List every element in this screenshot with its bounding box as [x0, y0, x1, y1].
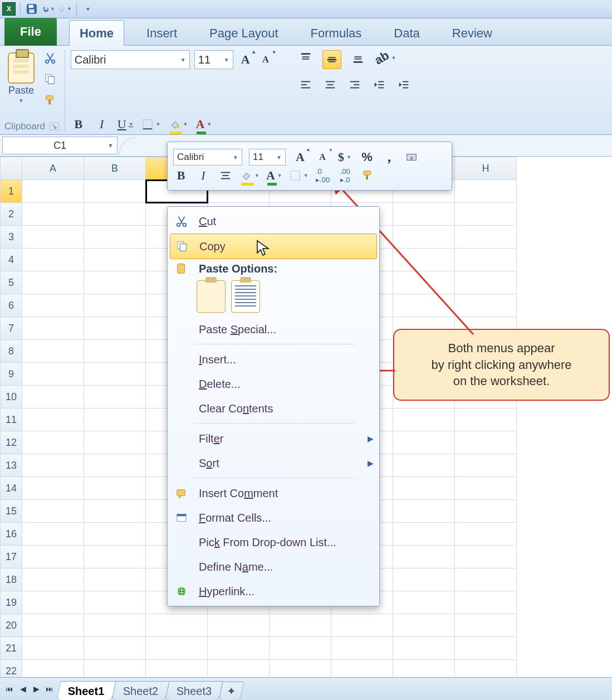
cell-A6[interactable] [22, 294, 84, 317]
fill-color-button[interactable]: ▼ [169, 116, 188, 132]
cell-H2[interactable] [455, 203, 517, 226]
cell-G17[interactable] [393, 546, 455, 568]
mini-decrease-decimal[interactable]: .00▸.0 [337, 168, 353, 183]
row-header-4[interactable]: 4 [1, 249, 22, 271]
paste-option-default[interactable] [197, 280, 226, 313]
cell-H18[interactable] [455, 568, 517, 591]
ctx-insert-comment[interactable]: Insert Comment [168, 481, 379, 505]
cell-A16[interactable] [22, 523, 84, 546]
cell-G12[interactable] [393, 431, 455, 454]
cell-B11[interactable] [84, 409, 146, 431]
ctx-filter[interactable]: Filter▶ [168, 426, 379, 451]
cell-B8[interactable] [84, 340, 146, 363]
cell-H13[interactable] [455, 454, 517, 477]
sheet-tab-sheet1[interactable]: Sheet1 [56, 681, 116, 700]
cell-A18[interactable] [22, 568, 84, 591]
borders-button[interactable]: ▼ [141, 116, 161, 132]
cell-B9[interactable] [84, 363, 146, 386]
cell-C20[interactable] [146, 614, 208, 637]
ctx-delete[interactable]: Delete... [168, 372, 379, 396]
cell-B10[interactable] [84, 386, 146, 409]
cell-A7[interactable] [22, 317, 84, 340]
row-header-15[interactable]: 15 [1, 500, 22, 523]
cell-H14[interactable] [455, 477, 517, 500]
cell-B16[interactable] [84, 523, 146, 546]
cell-B4[interactable] [84, 249, 146, 271]
cell-E21[interactable] [270, 637, 331, 660]
tab-review[interactable]: Review [442, 21, 502, 45]
tab-insert[interactable]: Insert [136, 21, 187, 45]
cell-H6[interactable] [455, 294, 517, 317]
cell-C21[interactable] [146, 637, 208, 660]
cell-B5[interactable] [84, 271, 146, 294]
cell-G6[interactable] [393, 294, 455, 317]
tab-home[interactable]: Home [69, 20, 124, 46]
increase-indent-button[interactable] [396, 77, 412, 93]
ctx-format-cells[interactable]: Format Cells... [168, 505, 379, 530]
row-header-3[interactable]: 3 [1, 226, 22, 249]
cell-A3[interactable] [22, 226, 84, 249]
cell-H20[interactable] [455, 614, 517, 637]
row-header-10[interactable]: 10 [1, 386, 22, 409]
cell-B21[interactable] [84, 637, 146, 660]
row-header-5[interactable]: 5 [1, 271, 22, 294]
redo-button[interactable]: ▼ [58, 2, 72, 16]
cell-H19[interactable] [455, 591, 517, 614]
row-header-18[interactable]: 18 [1, 568, 22, 591]
cell-G14[interactable] [393, 477, 455, 500]
ctx-hyperlink[interactable]: Hyperlink... [168, 579, 379, 604]
sheet-tab-sheet3[interactable]: Sheet3 [165, 681, 223, 700]
shrink-font-button[interactable]: A▼ [258, 52, 273, 67]
copy-button[interactable] [42, 71, 58, 87]
save-button[interactable] [25, 2, 38, 16]
row-header-17[interactable]: 17 [1, 546, 22, 568]
cell-A17[interactable] [22, 546, 84, 568]
column-header-B[interactable]: B [84, 157, 146, 180]
undo-button[interactable]: ▼ [42, 2, 55, 16]
cell-G18[interactable] [393, 568, 455, 591]
cell-A5[interactable] [22, 271, 84, 294]
row-header-9[interactable]: 9 [1, 363, 22, 386]
tab-file[interactable]: File [4, 18, 57, 46]
row-header-21[interactable]: 21 [1, 637, 22, 660]
cell-G2[interactable] [393, 203, 455, 226]
row-header-20[interactable]: 20 [1, 614, 22, 637]
clipboard-launcher[interactable]: ↘ [50, 123, 59, 130]
mini-bold[interactable]: B [173, 168, 189, 183]
row-header-11[interactable]: 11 [1, 409, 22, 431]
row-header-6[interactable]: 6 [1, 294, 22, 317]
cell-G19[interactable] [393, 591, 455, 614]
paste-button[interactable]: Paste ▼ [4, 50, 38, 108]
row-header-16[interactable]: 16 [1, 523, 22, 546]
cell-B12[interactable] [84, 431, 146, 454]
mini-font-color[interactable]: A▼ [266, 168, 282, 183]
cell-G4[interactable] [393, 249, 455, 271]
cell-D20[interactable] [208, 614, 270, 637]
cell-A14[interactable] [22, 477, 84, 500]
cell-A15[interactable] [22, 500, 84, 523]
cell-F21[interactable] [331, 637, 393, 660]
tab-page-layout[interactable]: Page Layout [199, 21, 288, 45]
format-painter-button[interactable] [42, 93, 58, 108]
mini-format-painter[interactable] [360, 168, 375, 183]
cell-H21[interactable] [455, 637, 517, 660]
cell-B1[interactable] [84, 180, 146, 203]
mini-shrink-font[interactable]: A▼ [315, 149, 330, 165]
align-middle-button[interactable] [322, 50, 341, 69]
cell-B6[interactable] [84, 294, 146, 317]
underline-button[interactable]: U▼ [117, 116, 134, 132]
cell-A20[interactable] [22, 614, 84, 637]
cell-A8[interactable] [22, 340, 84, 363]
cell-B17[interactable] [84, 546, 146, 568]
cell-H1[interactable] [455, 180, 517, 203]
cell-H4[interactable] [455, 249, 517, 271]
cell-E20[interactable] [270, 614, 331, 637]
cell-H12[interactable] [455, 431, 517, 454]
cell-G21[interactable] [393, 637, 455, 660]
cell-A1[interactable] [22, 180, 84, 203]
cell-H3[interactable] [455, 226, 517, 249]
cell-H5[interactable] [455, 271, 517, 294]
cell-A19[interactable] [22, 591, 84, 614]
cell-B18[interactable] [84, 568, 146, 591]
cell-A21[interactable] [22, 637, 84, 660]
